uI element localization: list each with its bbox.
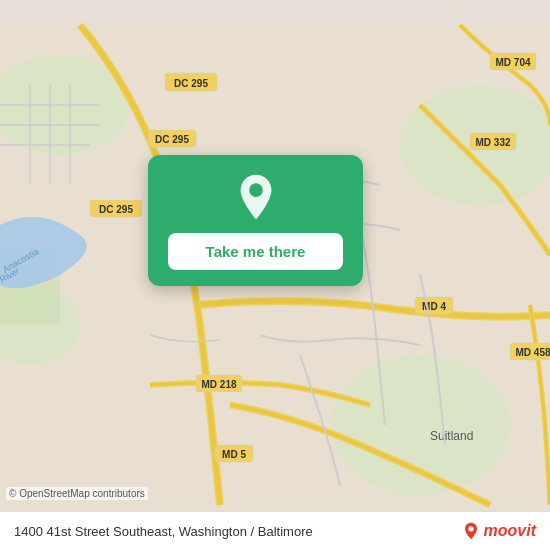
svg-text:DC 295: DC 295 (99, 204, 133, 215)
svg-text:MD 704: MD 704 (495, 57, 530, 68)
take-me-there-button[interactable]: Take me there (168, 233, 343, 270)
location-card: Take me there (148, 155, 363, 286)
svg-text:MD 458: MD 458 (515, 347, 550, 358)
moovit-logo: moovit (462, 522, 536, 540)
map-container: DC 295 DC 295 DC 295 MD 4 MD 218 MD 5 MD… (0, 0, 550, 550)
svg-point-34 (468, 526, 473, 531)
moovit-text: moovit (484, 522, 536, 540)
svg-text:MD 218: MD 218 (201, 379, 236, 390)
svg-text:DC 295: DC 295 (174, 78, 208, 89)
svg-text:MD 332: MD 332 (475, 137, 510, 148)
svg-text:Suitland: Suitland (430, 429, 473, 443)
moovit-pin-icon (462, 522, 480, 540)
address-text: 1400 41st Street Southeast, Washington /… (14, 524, 462, 539)
svg-point-33 (249, 183, 263, 197)
svg-text:MD 5: MD 5 (222, 449, 246, 460)
osm-credit: © OpenStreetMap contributors (6, 487, 148, 500)
svg-text:DC 295: DC 295 (155, 134, 189, 145)
bottom-bar: 1400 41st Street Southeast, Washington /… (0, 511, 550, 550)
location-pin-icon (232, 173, 280, 221)
